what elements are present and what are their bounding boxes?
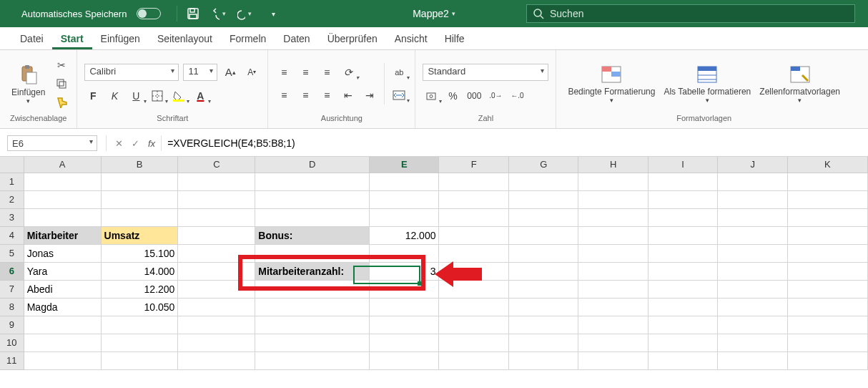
col-header[interactable]: B: [101, 157, 178, 173]
svg-rect-13: [173, 100, 184, 102]
cell[interactable]: Umsatz: [101, 226, 178, 244]
font-name-select[interactable]: Calibri: [84, 64, 179, 81]
row-header[interactable]: 3: [0, 208, 24, 226]
increase-indent-icon[interactable]: ⇥: [361, 87, 378, 103]
tab-formeln[interactable]: Formeln: [221, 27, 275, 49]
bold-button[interactable]: F: [84, 88, 102, 104]
orientation-icon[interactable]: ⟳: [340, 64, 357, 80]
col-header[interactable]: D: [255, 157, 370, 173]
auto-save-toggle[interactable]: Automatisches Speichern: [0, 8, 171, 19]
col-header[interactable]: A: [24, 157, 101, 173]
col-header[interactable]: F: [439, 157, 508, 173]
increase-font-icon[interactable]: A▴: [222, 64, 239, 80]
row-header[interactable]: 10: [0, 334, 24, 351]
wrap-text-icon[interactable]: ab: [390, 64, 408, 80]
cell[interactable]: Magda: [24, 298, 101, 316]
cell[interactable]: 12.200: [101, 280, 178, 298]
undo-icon[interactable]: ▾: [212, 6, 226, 21]
cut-icon[interactable]: ✂: [54, 57, 69, 73]
font-size-select[interactable]: 11: [183, 64, 217, 81]
row-header[interactable]: 5: [0, 244, 24, 262]
borders-icon[interactable]: [149, 88, 166, 104]
format-painter-icon[interactable]: [54, 94, 69, 110]
spreadsheet-grid[interactable]: A B C D E F G H I J K 1 2 3 4 Mitarbeite…: [0, 157, 868, 370]
col-header[interactable]: K: [787, 157, 867, 173]
decrease-decimal-icon[interactable]: ←.0: [508, 88, 526, 104]
svg-rect-18: [602, 67, 611, 72]
svg-rect-6: [25, 65, 29, 69]
align-center-icon[interactable]: ≡: [297, 87, 314, 103]
align-right-icon[interactable]: ≡: [318, 87, 335, 103]
underline-button[interactable]: U: [127, 88, 144, 104]
comma-icon[interactable]: 000: [465, 88, 483, 104]
cell[interactable]: Jonas: [24, 244, 101, 262]
number-format-select[interactable]: Standard: [423, 64, 548, 81]
search-box[interactable]: [526, 4, 855, 23]
fill-handle[interactable]: [418, 281, 422, 286]
col-header[interactable]: E: [369, 157, 438, 173]
fill-color-icon[interactable]: [170, 88, 187, 104]
clipboard-small-buttons: ✂: [49, 57, 69, 110]
row-header[interactable]: 1: [0, 173, 24, 190]
cell[interactable]: 10.050: [101, 298, 178, 316]
toggle-off-icon[interactable]: [137, 8, 161, 19]
tab-ueberpruefen[interactable]: Überprüfen: [319, 27, 386, 49]
format-as-table-button[interactable]: Als Tabelle formatieren▾: [659, 62, 755, 105]
cell[interactable]: Bonus:: [255, 226, 370, 244]
customize-qat-icon[interactable]: ▾: [266, 6, 280, 21]
percent-icon[interactable]: %: [444, 88, 461, 104]
cancel-icon[interactable]: ✕: [115, 138, 123, 149]
formula-input[interactable]: =XVERGLEICH(E4;B5:B8;1): [161, 135, 868, 151]
increase-decimal-icon[interactable]: .0→: [487, 88, 504, 104]
tab-daten[interactable]: Daten: [275, 27, 318, 49]
document-title[interactable]: Mappe2▾: [413, 8, 455, 19]
row-header[interactable]: 7: [0, 280, 24, 298]
merge-center-icon[interactable]: [390, 87, 408, 103]
italic-button[interactable]: K: [106, 88, 123, 104]
cell[interactable]: Yara: [24, 262, 101, 280]
conditional-formatting-button[interactable]: Bedingte Formatierung▾: [563, 62, 659, 105]
align-bottom-icon[interactable]: ≡: [318, 64, 335, 80]
row-header[interactable]: 4: [0, 226, 24, 244]
cell[interactable]: Mitarbeiteranzahl:: [255, 262, 370, 280]
select-all-corner[interactable]: [0, 157, 24, 173]
cell-styles-button[interactable]: Zellenformatvorlagen▾: [755, 62, 844, 105]
search-input[interactable]: [550, 8, 854, 19]
cell[interactable]: 12.000: [369, 226, 438, 244]
row-header[interactable]: 2: [0, 190, 24, 208]
align-middle-icon[interactable]: ≡: [297, 64, 314, 80]
tab-start[interactable]: Start: [52, 27, 92, 49]
cell[interactable]: 15.100: [101, 244, 178, 262]
row-header[interactable]: 6: [0, 262, 24, 280]
redo-icon[interactable]: ▾: [237, 6, 252, 21]
tab-einfuegen[interactable]: Einfügen: [92, 27, 149, 49]
tab-seitenlayout[interactable]: Seitenlayout: [149, 27, 221, 49]
row-header[interactable]: 11: [0, 351, 24, 369]
cell[interactable]: Abedi: [24, 280, 101, 298]
font-color-icon[interactable]: A: [192, 88, 209, 104]
tab-ansicht[interactable]: Ansicht: [386, 27, 436, 49]
col-header[interactable]: C: [178, 157, 255, 173]
copy-icon[interactable]: [54, 76, 69, 92]
align-top-icon[interactable]: ≡: [275, 64, 292, 80]
col-header[interactable]: I: [648, 157, 717, 173]
fx-icon[interactable]: fx: [148, 138, 155, 149]
decrease-font-icon[interactable]: A▾: [243, 64, 260, 80]
col-header[interactable]: G: [508, 157, 578, 173]
name-box[interactable]: E6: [7, 135, 97, 151]
col-header[interactable]: H: [578, 157, 648, 173]
col-header[interactable]: J: [718, 157, 787, 173]
cell-active[interactable]: 3: [369, 262, 438, 280]
paste-button[interactable]: Einfügen ▾: [7, 62, 49, 106]
currency-icon[interactable]: [423, 88, 440, 104]
cell[interactable]: 14.000: [101, 262, 178, 280]
tab-hilfe[interactable]: Hilfe: [436, 27, 473, 49]
save-icon[interactable]: [186, 6, 200, 21]
cell[interactable]: Mitarbeiter: [24, 226, 101, 244]
row-header[interactable]: 8: [0, 298, 24, 316]
row-header[interactable]: 9: [0, 316, 24, 334]
align-left-icon[interactable]: ≡: [275, 87, 292, 103]
tab-datei[interactable]: Datei: [11, 27, 52, 49]
decrease-indent-icon[interactable]: ⇤: [340, 87, 357, 103]
enter-icon[interactable]: ✓: [132, 138, 139, 149]
